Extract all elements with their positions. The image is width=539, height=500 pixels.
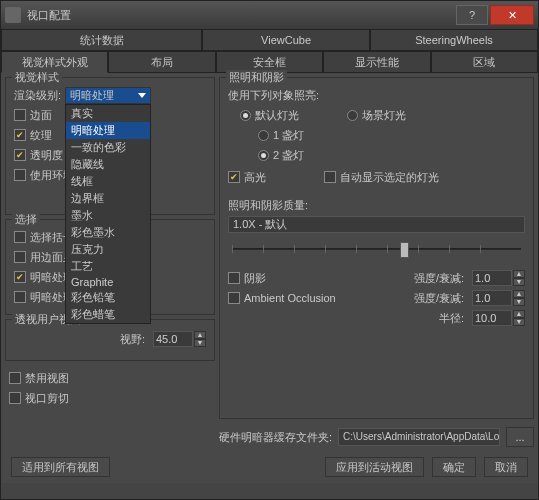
- lbl-1-light: 1 盏灯: [273, 128, 304, 143]
- render-level-dropdown[interactable]: 真实明暗处理一致的色彩隐藏线线框边界框墨水彩色墨水压克力工艺Graphite彩色…: [65, 104, 151, 324]
- chk-brackets[interactable]: [14, 231, 26, 243]
- group-title-vs: 视觉样式: [12, 70, 62, 85]
- radio-1-light[interactable]: [258, 130, 269, 141]
- chk-texture[interactable]: [14, 129, 26, 141]
- hw-cache-label: 硬件明暗器缓存文件夹:: [219, 430, 332, 445]
- slider-tick: [325, 245, 326, 253]
- intensity1-input[interactable]: [472, 270, 512, 286]
- help-button[interactable]: ?: [456, 5, 488, 25]
- close-button[interactable]: ✕: [490, 5, 534, 25]
- lbl-ao: Ambient Occlusion: [244, 292, 336, 304]
- quality-label: 照明和阴影质量:: [228, 198, 308, 213]
- dd-item-2[interactable]: 一致的色彩: [66, 139, 150, 156]
- render-level-label: 渲染级别:: [14, 88, 61, 103]
- slider-tick: [449, 245, 450, 253]
- dd-item-6[interactable]: 墨水: [66, 207, 150, 224]
- quality-slider[interactable]: [228, 239, 525, 259]
- quality-box[interactable]: 1.0X - 默认: [228, 216, 525, 233]
- intensity2-input[interactable]: [472, 290, 512, 306]
- dd-item-8[interactable]: 压克力: [66, 241, 150, 258]
- fov-up[interactable]: ▲: [194, 331, 206, 339]
- lbl-highlight: 高光: [244, 170, 266, 185]
- chk-highlight[interactable]: [228, 171, 240, 183]
- fov-label: 视野:: [14, 332, 145, 347]
- group-title-light: 照明和阴影: [226, 70, 287, 85]
- chk-shadow[interactable]: [228, 272, 240, 284]
- dd-item-11[interactable]: 彩色铅笔: [66, 289, 150, 306]
- browse-button[interactable]: ...: [506, 427, 534, 447]
- subtab-display-perf[interactable]: 显示性能: [323, 51, 430, 73]
- dd-item-4[interactable]: 线框: [66, 173, 150, 190]
- r-up[interactable]: ▲: [513, 310, 525, 318]
- chk-transparency[interactable]: [14, 149, 26, 161]
- group-lighting: 照明和阴影 使用下列对象照亮: 默认灯光 场景灯光 1 盏灯 2 盏灯 高光 自…: [219, 77, 534, 419]
- lbl-2-light: 2 盏灯: [273, 148, 304, 163]
- group-visual-style: 视觉样式 渲染级别: 明暗处理 真实明暗处理一致的色彩隐藏线线框边界框墨水彩色墨…: [5, 77, 215, 215]
- footer: 适用到所有视图 应用到活动视图 确定 取消: [1, 451, 538, 483]
- dd-item-5[interactable]: 边界框: [66, 190, 150, 207]
- lbl-texture: 纹理: [30, 128, 52, 143]
- lbl-scene-light: 场景灯光: [362, 108, 406, 123]
- tab-steeringwheels[interactable]: SteeringWheels: [370, 29, 538, 51]
- hw-cache-path[interactable]: C:\Users\Administrator\AppData\Local\Aut…: [338, 428, 500, 446]
- dd-item-12[interactable]: 彩色蜡笔: [66, 306, 150, 323]
- slider-tick: [263, 245, 264, 253]
- titlebar[interactable]: 视口配置 ? ✕: [1, 1, 538, 29]
- use-lights-label: 使用下列对象照亮:: [228, 88, 319, 103]
- chk-shade-obj[interactable]: [14, 291, 26, 303]
- lbl-shadow: 阴影: [244, 271, 266, 286]
- lbl-clip: 视口剪切: [25, 391, 69, 406]
- cancel-button[interactable]: 取消: [484, 457, 528, 477]
- group-persp: 透视用户视图 视野: ▲▼: [5, 319, 215, 361]
- lbl-auto-sel-light: 自动显示选定的灯光: [340, 170, 439, 185]
- dd-item-3[interactable]: 隐藏线: [66, 156, 150, 173]
- dd-item-7[interactable]: 彩色墨水: [66, 224, 150, 241]
- fov-input[interactable]: [153, 331, 193, 347]
- slider-tick: [232, 245, 233, 253]
- chk-clip[interactable]: [9, 392, 21, 404]
- group-title-sel: 选择: [12, 212, 40, 227]
- window-title: 视口配置: [27, 8, 454, 23]
- app-icon: [5, 7, 21, 23]
- render-level-combo[interactable]: 明暗处理 真实明暗处理一致的色彩隐藏线线框边界框墨水彩色墨水压克力工艺Graph…: [65, 87, 151, 104]
- dd-item-9[interactable]: 工艺: [66, 258, 150, 275]
- chk-shade-sel[interactable]: [14, 271, 26, 283]
- slider-tick: [356, 245, 357, 253]
- tab-stats[interactable]: 统计数据: [1, 29, 202, 51]
- fov-spinner[interactable]: ▲▼: [153, 331, 206, 347]
- apply-all-button[interactable]: 适用到所有视图: [11, 457, 110, 477]
- lbl-default-light: 默认灯光: [255, 108, 299, 123]
- i1-down[interactable]: ▼: [513, 278, 525, 286]
- radio-2-light[interactable]: [258, 150, 269, 161]
- radius-input[interactable]: [472, 310, 512, 326]
- dd-item-10[interactable]: Graphite: [66, 275, 150, 289]
- ok-button[interactable]: 确定: [432, 457, 476, 477]
- slider-thumb[interactable]: [400, 242, 409, 258]
- chk-env[interactable]: [14, 169, 26, 181]
- chk-edge-sel[interactable]: [14, 251, 26, 263]
- r-down[interactable]: ▼: [513, 318, 525, 326]
- chk-edge[interactable]: [14, 109, 26, 121]
- i1-up[interactable]: ▲: [513, 270, 525, 278]
- i2-up[interactable]: ▲: [513, 290, 525, 298]
- subtab-regions[interactable]: 区域: [431, 51, 538, 73]
- chk-ao[interactable]: [228, 292, 240, 304]
- lbl-intensity1: 强度/衰减:: [270, 271, 464, 286]
- i2-down[interactable]: ▼: [513, 298, 525, 306]
- chk-disable-view[interactable]: [9, 372, 21, 384]
- radio-scene-light[interactable]: [347, 110, 358, 121]
- slider-track: [232, 248, 521, 250]
- lbl-transparency: 透明度: [30, 148, 63, 163]
- apply-active-button[interactable]: 应用到活动视图: [325, 457, 424, 477]
- dd-item-0[interactable]: 真实: [66, 105, 150, 122]
- fov-down[interactable]: ▼: [194, 339, 206, 347]
- dd-item-1[interactable]: 明暗处理: [66, 122, 150, 139]
- chk-auto-sel-light[interactable]: [324, 171, 336, 183]
- slider-tick: [387, 245, 388, 253]
- subtab-layout[interactable]: 布局: [108, 51, 215, 73]
- slider-tick: [480, 245, 481, 253]
- lbl-edge: 边面: [30, 108, 52, 123]
- tab-viewcube[interactable]: ViewCube: [202, 29, 370, 51]
- lbl-radius: 半径:: [228, 311, 464, 326]
- radio-default-light[interactable]: [240, 110, 251, 121]
